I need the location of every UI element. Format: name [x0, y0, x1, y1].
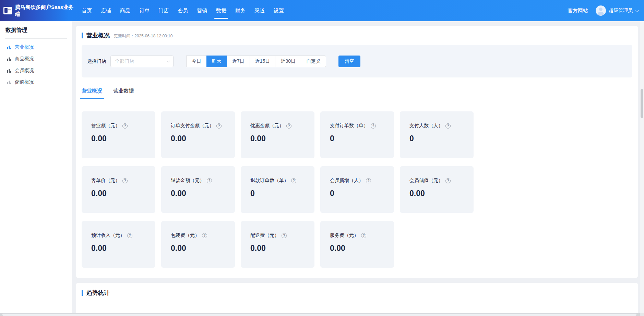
bar-chart-icon: [7, 80, 12, 85]
stat-value: 0: [330, 189, 384, 198]
scrollbar-corner: [640, 313, 644, 316]
date-range-button[interactable]: 近30日: [275, 56, 301, 67]
help-icon[interactable]: ?: [127, 233, 132, 238]
tab[interactable]: 营业数据: [113, 88, 134, 99]
stat-card-header: 预计收入（元） ?: [91, 232, 146, 239]
official-site-link[interactable]: 官方网站: [568, 8, 588, 14]
accent-bar: [82, 33, 83, 38]
help-icon[interactable]: ?: [207, 178, 212, 183]
app-logo-icon: [3, 7, 12, 14]
nav-item-label: 会员: [178, 8, 188, 14]
store-select[interactable]: 全部门店: [110, 56, 174, 67]
help-icon[interactable]: ?: [291, 178, 296, 183]
help-icon[interactable]: ?: [445, 123, 451, 129]
nav-item-label: 渠道: [254, 8, 265, 14]
top-navbar: 腾马餐饮多商户Saas业务端 首页 店铺 商品 订单 门店 会员 营销 数据 财…: [0, 0, 644, 21]
stat-card-header: 客单价（元） ?: [91, 178, 146, 184]
help-icon[interactable]: ?: [371, 123, 376, 129]
stat-label: 订单支付金额（元）: [171, 123, 214, 129]
help-icon[interactable]: ?: [216, 123, 222, 129]
stat-label: 预计收入（元）: [91, 232, 125, 239]
stat-card: 支付人数（人） ? 0: [400, 111, 474, 158]
stat-value: 0: [409, 134, 464, 143]
nav-item[interactable]: 订单: [135, 0, 154, 21]
date-range-button[interactable]: 近15日: [250, 56, 276, 67]
stat-value: 0.00: [91, 134, 146, 143]
update-time: 更新时间：2025-06-18 12:00:10: [114, 33, 172, 39]
nav-item-label: 数据: [216, 8, 226, 14]
stat-value: 0.00: [409, 189, 464, 198]
date-range-label: 昨天: [212, 58, 222, 64]
store-select-label: 选择门店: [87, 58, 106, 64]
stat-value: 0: [330, 134, 384, 143]
nav-item[interactable]: 首页: [77, 0, 96, 21]
help-icon[interactable]: ?: [286, 123, 291, 129]
horizontal-scrollbar[interactable]: [0, 313, 640, 316]
sidebar-menu: 营业概况 商品概况 会员: [0, 39, 72, 88]
help-icon[interactable]: ?: [361, 233, 366, 238]
panel-header: 营业概况 更新时间：2025-06-18 12:00:10: [82, 32, 632, 39]
chevron-down-icon: [635, 9, 639, 12]
clear-button[interactable]: 清空: [338, 56, 360, 67]
user-menu[interactable]: 超级管理员: [596, 5, 638, 16]
stat-card: 支付订单数（单） ? 0: [320, 111, 394, 158]
date-range-group: 今日 昨天 近7日 近15日 近30日 自定义: [187, 56, 326, 67]
stat-card: 会员新增（人） ? 0: [320, 166, 394, 213]
nav-item[interactable]: 商品: [116, 0, 135, 21]
stat-card-header: 退款订单数（单） ?: [250, 178, 305, 184]
stat-label: 包装费（元）: [171, 232, 200, 239]
nav-item[interactable]: 数据: [212, 0, 231, 21]
bar-chart-icon: [7, 57, 12, 61]
stat-card-header: 服务费（元） ?: [330, 232, 384, 239]
sidebar-item-label: 营业概况: [15, 44, 34, 50]
nav-item-label: 订单: [139, 8, 150, 14]
vertical-scrollbar-thumb[interactable]: [641, 89, 643, 118]
stat-value: 0.00: [91, 244, 146, 253]
help-icon[interactable]: ?: [122, 178, 128, 183]
nav-item[interactable]: 营销: [192, 0, 212, 21]
sidebar-item[interactable]: 储值概况: [0, 76, 72, 88]
date-range-button[interactable]: 昨天: [206, 56, 227, 67]
stat-card: 优惠金额（元） ? 0.00: [241, 111, 314, 158]
help-icon[interactable]: ?: [445, 178, 451, 183]
date-range-button[interactable]: 近7日: [227, 56, 250, 67]
stat-label: 优惠金额（元）: [250, 123, 284, 129]
nav-item[interactable]: 渠道: [250, 0, 269, 21]
sidebar-item[interactable]: 营业概况: [0, 41, 72, 53]
stat-card-header: 包装费（元） ?: [171, 232, 225, 239]
date-range-button[interactable]: 自定义: [301, 56, 326, 67]
sidebar-item[interactable]: 会员概况: [0, 65, 72, 76]
nav-item[interactable]: 门店: [154, 0, 173, 21]
tab[interactable]: 营业概况: [82, 88, 102, 99]
stat-card-header: 订单支付金额（元） ?: [171, 123, 225, 129]
nav-item-label: 店铺: [101, 8, 111, 14]
nav-item-label: 财务: [235, 8, 246, 14]
help-icon[interactable]: ?: [202, 233, 207, 238]
nav-item[interactable]: 店铺: [96, 0, 116, 21]
trend-title: 趋势统计: [86, 289, 110, 297]
horizontal-scrollbar-thumb[interactable]: [2, 314, 636, 316]
nav-item-label: 首页: [82, 8, 92, 14]
date-range-label: 今日: [192, 58, 201, 64]
help-icon[interactable]: ?: [122, 123, 128, 129]
nav-item-label: 设置: [274, 8, 284, 14]
bar-chart-icon: [7, 68, 12, 73]
help-icon[interactable]: ?: [366, 178, 371, 183]
date-range-label: 近7日: [232, 58, 245, 64]
sidebar-item-label: 会员概况: [15, 68, 34, 74]
brand-name: 腾马餐饮多商户Saas业务端: [15, 4, 74, 17]
nav-item[interactable]: 财务: [231, 0, 250, 21]
nav-item[interactable]: 会员: [173, 0, 192, 21]
nav-item-label: 商品: [120, 8, 130, 14]
help-icon[interactable]: ?: [282, 233, 287, 238]
update-time-label: 更新时间：: [114, 34, 134, 38]
accent-bar: [82, 290, 83, 296]
panel-header: 趋势统计: [82, 289, 632, 297]
vertical-scrollbar[interactable]: [640, 21, 644, 313]
chevron-down-icon: [167, 59, 170, 62]
stat-label: 服务费（元）: [330, 232, 359, 239]
nav-item[interactable]: 设置: [269, 0, 288, 21]
date-range-button[interactable]: 今日: [186, 56, 207, 67]
stat-label: 会员储值（元）: [409, 178, 443, 184]
sidebar-item[interactable]: 商品概况: [0, 53, 72, 65]
